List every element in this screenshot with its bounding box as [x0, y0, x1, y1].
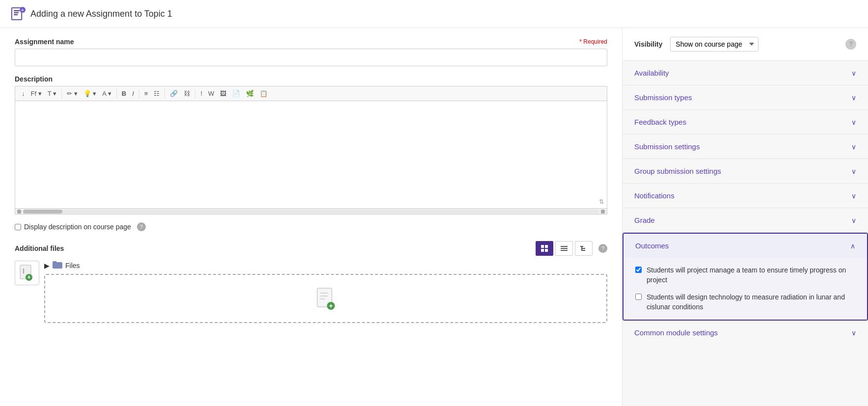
svg-rect-3 — [14, 12, 19, 13]
toolbar-sep1 — [61, 89, 62, 98]
files-folder-label: Files — [65, 262, 80, 270]
hscrollbar-thumb — [23, 210, 62, 214]
accordion-item-grade: Grade ∨ — [623, 208, 868, 233]
accordion-header-submission-settings[interactable]: Submission settings ∨ — [623, 135, 868, 159]
accordion-header-grade[interactable]: Grade ∨ — [623, 208, 868, 232]
accordion-item-outcomes: Outcomes ∧ Students will project manage … — [623, 233, 868, 321]
toolbar-media-w[interactable]: W — [206, 88, 217, 99]
toolbar-exclamation[interactable]: ! — [198, 88, 205, 99]
accordion-header-common-module[interactable]: Common module settings ∨ — [623, 321, 868, 345]
display-description-label[interactable]: Display description on course page — [15, 223, 131, 231]
accordion-header-feedback-types[interactable]: Feedback types ∨ — [623, 110, 868, 134]
assignment-name-field-label: Assignment name * Required — [15, 38, 607, 46]
expand-arrow-icon: ▶ — [44, 262, 50, 270]
visibility-bar: Visibility Show on course page Hide on c… — [623, 28, 868, 61]
outcomes-body: Students will project manage a team to e… — [624, 258, 867, 320]
toolbar-link[interactable]: 🔗 — [167, 88, 180, 99]
accordion-chevron-submission-settings: ∨ — [851, 143, 856, 151]
toolbar-bold[interactable]: B — [119, 88, 129, 99]
visibility-help-icon[interactable]: ? — [845, 39, 856, 50]
display-description-checkbox[interactable] — [15, 224, 21, 230]
toolbar-image[interactable]: 🖼 — [217, 88, 229, 99]
toolbar-text-style[interactable]: T ▾ — [45, 88, 59, 99]
accordion-header-notifications[interactable]: Notifications ∨ — [623, 184, 868, 208]
accordion-chevron-feedback-types: ∨ — [851, 118, 856, 126]
editor-hscrollbar[interactable] — [15, 209, 607, 215]
page-wrapper: + Adding a new Assignment to Topic 1 Ass… — [0, 0, 868, 406]
accordion-item-feedback-types: Feedback types ∨ — [623, 110, 868, 135]
accordion-item-submission-settings: Submission settings ∨ — [623, 135, 868, 159]
toolbar-pencil[interactable]: ✏ ▾ — [64, 88, 80, 99]
file-view-list-btn[interactable] — [555, 241, 573, 256]
files-tree-item[interactable]: ▶ Files — [44, 261, 607, 270]
file-new-button[interactable]: + + — [15, 261, 39, 285]
accordion-chevron-notifications: ∨ — [851, 192, 856, 200]
accordion-header-availability[interactable]: Availability ∨ — [623, 61, 868, 85]
accordion-title-notifications: Notifications — [634, 191, 675, 200]
outcome-text-2: Students will design technology to measu… — [647, 293, 855, 312]
toolbar-sep3 — [139, 89, 139, 98]
editor-toolbar: ↓ Ff ▾ T ▾ ✏ ▾ 💡 ▾ A ▾ B I ≡ ☷ 🔗 ⛓ — [15, 86, 607, 101]
outcome-item-2: Students will design technology to measu… — [635, 293, 855, 312]
display-description-row: Display description on course page ? — [15, 222, 607, 231]
toolbar-font-color[interactable]: A ▾ — [100, 88, 114, 99]
description-section: Description ↓ Ff ▾ T ▾ ✏ ▾ 💡 ▾ A ▾ B I ≡… — [15, 75, 607, 215]
svg-rect-10 — [545, 249, 548, 252]
accordion-chevron-submission-types: ∨ — [851, 94, 856, 102]
svg-rect-7 — [541, 245, 544, 248]
accordion-title-group-submission: Group submission settings — [634, 167, 721, 175]
assignment-name-label: Assignment name — [15, 38, 74, 46]
accordion-header-submission-types[interactable]: Submission types ∨ — [623, 85, 868, 109]
accordion-item-submission-types: Submission types ∨ — [623, 85, 868, 110]
toolbar-unlink[interactable]: ⛓ — [181, 88, 192, 99]
svg-text:+: + — [27, 274, 30, 281]
visibility-select[interactable]: Show on course page Hide on course page — [670, 37, 759, 52]
toolbar-undo[interactable]: ↓ — [19, 88, 27, 99]
toolbar-copy[interactable]: 📋 — [257, 88, 270, 99]
svg-rect-2 — [14, 10, 20, 11]
additional-files-section: Additional files — [15, 241, 607, 323]
toolbar-font-family[interactable]: Ff ▾ — [28, 88, 44, 99]
file-view-tree-btn[interactable] — [575, 241, 593, 256]
outcome-item-1: Students will project manage a team to e… — [635, 266, 855, 285]
accordion-item-common-module: Common module settings ∨ — [623, 321, 868, 345]
right-panel: Visibility Show on course page Hide on c… — [623, 28, 868, 406]
svg-rect-12 — [561, 248, 568, 249]
drop-icon: + — [316, 287, 336, 310]
toolbar-ordered-list[interactable]: ☷ — [151, 88, 162, 99]
accordion-title-grade: Grade — [634, 216, 655, 224]
assignment-name-input[interactable] — [15, 49, 607, 66]
toolbar-plant[interactable]: 🌿 — [244, 88, 256, 99]
svg-rect-9 — [541, 249, 544, 252]
accordion-item-notifications: Notifications ∨ — [623, 184, 868, 208]
folder-icon — [53, 261, 62, 270]
file-area-wrapper: + + ▶ Files — [15, 261, 607, 323]
description-editor[interactable]: ⇅ — [15, 101, 607, 209]
outcome-checkbox-2[interactable] — [635, 294, 642, 300]
svg-rect-16 — [582, 250, 585, 251]
assignment-icon: + — [10, 6, 26, 22]
display-description-help-icon[interactable]: ? — [137, 222, 146, 231]
toolbar-file[interactable]: 📄 — [230, 88, 243, 99]
accordion-title-availability: Availability — [634, 69, 669, 77]
toolbar-italic[interactable]: I — [130, 88, 136, 99]
toolbar-sep2 — [116, 89, 117, 98]
page-title: Adding a new Assignment to Topic 1 — [30, 9, 172, 19]
svg-text:+: + — [328, 302, 332, 310]
accordion-header-outcomes[interactable]: Outcomes ∧ — [624, 234, 867, 258]
svg-text:+: + — [21, 8, 24, 13]
toolbar-light[interactable]: 💡 ▾ — [81, 88, 99, 99]
accordion-header-group-submission[interactable]: Group submission settings ∨ — [623, 159, 868, 183]
toolbar-sep4 — [164, 89, 165, 98]
visibility-label: Visibility — [634, 40, 662, 48]
svg-rect-11 — [561, 246, 568, 247]
header-bar: + Adding a new Assignment to Topic 1 — [0, 0, 868, 28]
file-view-grid-btn[interactable] — [536, 241, 553, 256]
toolbar-unordered-list[interactable]: ≡ — [142, 88, 151, 99]
main-layout: Assignment name * Required Description ↓… — [0, 28, 868, 406]
outcome-checkbox-1[interactable] — [635, 267, 642, 273]
accordion-title-feedback-types: Feedback types — [634, 118, 686, 126]
file-drop-zone[interactable]: + — [44, 274, 607, 323]
additional-files-help-icon[interactable]: ? — [598, 244, 607, 253]
accordion-title-submission-types: Submission types — [634, 93, 692, 102]
